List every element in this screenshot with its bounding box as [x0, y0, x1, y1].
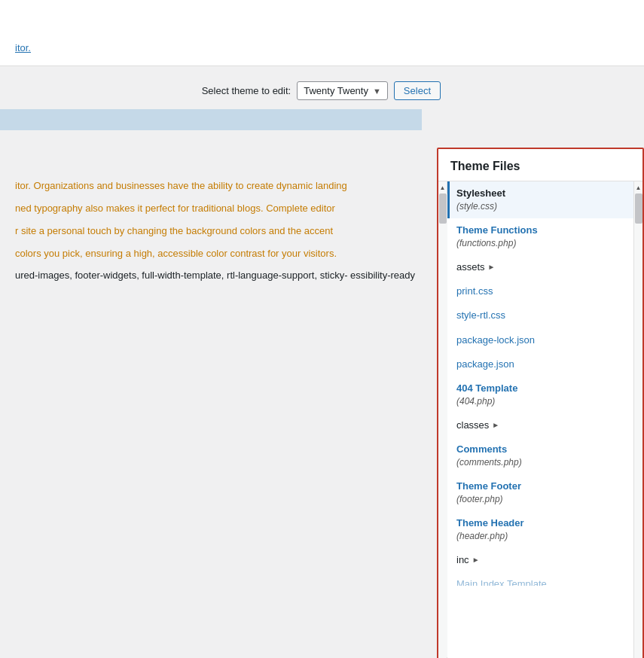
highlight-bar	[0, 109, 422, 130]
file-name-404: 404 Template	[456, 382, 624, 395]
file-sub-theme-header: (header.php)	[456, 530, 624, 543]
file-item-package-json[interactable]: package.json	[447, 352, 633, 376]
scroll-up-arrow[interactable]: ▲	[438, 181, 447, 193]
file-item-comments[interactable]: Comments (comments.php)	[447, 437, 633, 474]
file-item-theme-functions[interactable]: Theme Functions (functions.php)	[447, 218, 633, 255]
panel-list-wrapper: ▲ ▼ Stylesheet (style.css) Theme Functio…	[438, 181, 642, 658]
file-item-package-lock[interactable]: package-lock.json	[447, 328, 633, 352]
scroll-track-left	[438, 193, 447, 657]
file-name-theme-footer: Theme Footer	[456, 480, 624, 493]
desc-tags: ured-images, footer-widgets, full-width-…	[15, 268, 422, 284]
top-section: itor.	[0, 0, 644, 66]
folder-arrow-inc: ►	[472, 555, 480, 565]
folder-assets[interactable]: assets ►	[447, 255, 633, 279]
select-button[interactable]: Select	[394, 81, 441, 100]
file-name-style-rtl: style-rtl.css	[456, 309, 624, 322]
scroll-thumb-left[interactable]	[439, 193, 447, 224]
selected-theme-text: Twenty Twenty	[304, 85, 368, 96]
theme-select-label: Select theme to edit:	[202, 85, 291, 96]
main-area: Select theme to edit: Twenty Twenty ▼ Se…	[0, 66, 644, 658]
file-name-stylesheet: Stylesheet	[456, 187, 624, 200]
right-scrollbar[interactable]: ▲ ▼	[633, 181, 642, 658]
scroll-thumb-right[interactable]	[635, 193, 642, 224]
file-sub-comments: (comments.php)	[456, 456, 624, 469]
file-list: Stylesheet (style.css) Theme Functions (…	[447, 181, 633, 658]
desc-text-2: ned typography also makes it perfect for…	[15, 203, 335, 214]
file-name-main-index: Main Index Template	[456, 577, 624, 586]
file-sub-stylesheet: (style.css)	[456, 200, 624, 213]
folder-name-assets: assets	[456, 260, 485, 274]
file-item-main-index[interactable]: Main Index Template	[447, 572, 633, 586]
file-name-comments: Comments	[456, 443, 624, 456]
folder-name-classes: classes	[456, 419, 489, 432]
description-area: itor. Organizations and businesses have …	[15, 178, 422, 284]
folder-arrow-assets: ►	[488, 262, 496, 273]
desc-text-3: r site a personal touch by changing the …	[15, 225, 333, 236]
scroll-up-arrow-right[interactable]: ▲	[634, 181, 643, 193]
file-item-print-css[interactable]: print.css	[447, 279, 633, 303]
file-item-404[interactable]: 404 Template (404.php)	[447, 376, 633, 413]
left-scrollbar[interactable]: ▲ ▼	[438, 181, 447, 658]
theme-files-panel: Theme Files ▲ ▼ Stylesheet (style.css)	[437, 148, 644, 658]
file-item-theme-footer[interactable]: Theme Footer (footer.php)	[447, 474, 633, 511]
file-name-package-lock: package-lock.json	[456, 334, 624, 347]
file-sub-404: (404.php)	[456, 395, 624, 408]
file-name-print-css: print.css	[456, 285, 624, 298]
folder-classes[interactable]: classes ►	[447, 413, 633, 437]
file-item-stylesheet[interactable]: Stylesheet (style.css)	[447, 181, 633, 218]
desc-line3: r site a personal touch by changing the …	[15, 223, 422, 239]
desc-text-1: itor. Organizations and businesses have …	[15, 180, 347, 191]
file-sub-theme-footer: (footer.php)	[456, 493, 624, 506]
folder-inc[interactable]: inc ►	[447, 548, 633, 572]
file-item-style-rtl[interactable]: style-rtl.css	[447, 303, 633, 327]
desc-text-4: colors you pick, ensuring a high, access…	[15, 248, 337, 259]
scroll-track-right	[634, 193, 643, 657]
desc-line1: itor. Organizations and businesses have …	[15, 178, 422, 194]
file-item-theme-header[interactable]: Theme Header (header.php)	[447, 511, 633, 548]
chevron-down-icon: ▼	[373, 87, 381, 96]
folder-arrow-classes: ►	[492, 420, 499, 431]
panel-title: Theme Files	[438, 149, 642, 181]
file-name-theme-header: Theme Header	[456, 516, 624, 530]
desc-line4: colors you pick, ensuring a high, access…	[15, 245, 422, 262]
folder-name-inc: inc	[456, 553, 469, 567]
file-sub-theme-functions: (functions.php)	[456, 237, 624, 250]
editor-link[interactable]: itor.	[15, 42, 31, 53]
desc-line2: ned typography also makes it perfect for…	[15, 200, 422, 217]
file-name-package-json: package.json	[456, 358, 624, 371]
theme-dropdown[interactable]: Twenty Twenty ▼	[297, 81, 388, 100]
theme-select-bar: Select theme to edit: Twenty Twenty ▼ Se…	[0, 81, 644, 109]
file-name-theme-functions: Theme Functions	[456, 224, 624, 237]
